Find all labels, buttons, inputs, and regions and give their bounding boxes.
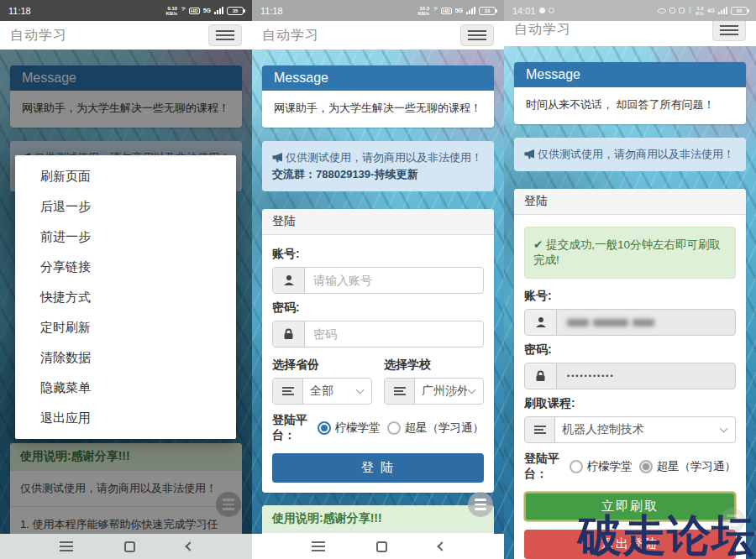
clock: 11:18 (260, 6, 283, 16)
chevron-down-icon (720, 424, 728, 432)
radio-unselected-icon (570, 460, 583, 473)
school-select[interactable]: 广州涉外经济 (384, 378, 484, 405)
account-label: 账号: (272, 247, 484, 262)
user-icon (273, 268, 305, 293)
radio-chaoxing[interactable]: 超星（学习通） (387, 421, 485, 436)
battery-icon: 35 (227, 7, 244, 15)
radio-lemon[interactable]: 柠檬学堂 (318, 421, 381, 436)
password-input-group (272, 321, 484, 347)
password-value: ••••••••••• (557, 363, 735, 389)
radio-selected-icon (318, 421, 331, 435)
account-input-group (272, 267, 484, 294)
notice-banner: 仅供测试使用，请勿商用以及非法使用！ (514, 138, 746, 171)
signal-icon (214, 7, 223, 14)
list-icon (273, 379, 303, 404)
network-type: 4G (707, 8, 715, 13)
context-menu: 刷新页面 后退一步 前进一步 分享链接 快捷方式 定时刷新 清除数据 隐藏菜单 … (15, 155, 236, 439)
network-type: 5G (455, 8, 463, 13)
menu-item-shortcut[interactable]: 快捷方式 (15, 282, 236, 312)
login-card-header: 登陆 (514, 189, 746, 215)
province-select[interactable]: 全部 (272, 378, 372, 405)
success-text: 提交成功,一般10分钟左右即可刷取完成! (533, 238, 721, 266)
success-alert: ✔提交成功,一般10分钟左右即可刷取完成! (524, 227, 736, 279)
menu-item-timed-refresh[interactable]: 定时刷新 (15, 312, 236, 342)
list-icon (525, 417, 555, 442)
course-label: 刷取课程: (524, 396, 736, 411)
hamburger-menu-button[interactable] (712, 21, 746, 41)
battery-icon: 33 (479, 7, 496, 15)
school-label: 选择学校 (384, 358, 484, 373)
net-speed: 10.3KB/s (418, 6, 430, 16)
lock-icon (273, 321, 305, 347)
nav-back-icon[interactable] (437, 541, 446, 551)
app-badge-icon (679, 8, 685, 13)
qq-group-text: 交流群：788029139-持续更新 (272, 168, 417, 180)
screen-left-menu-open: 11:18 0.10KB/s 𝄢 HD 5G 35 自动学习 Message 网… (0, 0, 252, 559)
course-select[interactable]: 机器人控制技术 (524, 416, 736, 443)
password-label: 密码: (524, 342, 736, 358)
menu-item-share-link[interactable]: 分享链接 (15, 252, 236, 282)
nav-home-icon[interactable] (376, 541, 387, 552)
menu-item-hide-menu[interactable]: 隐藏菜单 (15, 373, 236, 403)
hamburger-menu-button[interactable] (208, 24, 242, 46)
bluetooth-icon: ᛒ (688, 7, 692, 14)
page-content: Message 时间从来不说话， 却回答了所有问题！ 仅供测试使用，请勿商用以及… (504, 46, 756, 559)
menu-item-exit-app[interactable]: 退出应用 (15, 403, 236, 433)
password-input[interactable] (305, 321, 483, 347)
radio-lemon[interactable]: 柠檬学堂 (570, 459, 633, 474)
lock-icon (525, 363, 557, 389)
radio-chaoxing[interactable]: 超星（学习通） (639, 459, 737, 474)
signal-icon (718, 7, 727, 14)
nav-menu-icon[interactable] (312, 541, 325, 551)
screen-right-logged-in: 14:01 ᛒ 1.2K/s 4G 88 自动学习 (504, 0, 756, 559)
notice-banner: 仅供测试使用，请勿商用以及非法使用！ 交流群：788029139-持续更新 (262, 141, 494, 191)
check-icon: ✔ (533, 238, 543, 251)
menu-item-refresh-page[interactable]: 刷新页面 (15, 161, 236, 191)
menu-item-go-forward[interactable]: 前进一步 (15, 222, 236, 252)
login-button[interactable]: 登 陆 (272, 453, 484, 483)
battery-icon: 88 (731, 7, 748, 15)
status-bar: 11:18 10.3KB/s 𝄢 HD 5G 33 (252, 0, 504, 21)
radio-unselected-icon (387, 421, 401, 435)
chevron-down-icon (356, 385, 365, 394)
forum-watermark: 破走论坛 (578, 507, 756, 559)
user-icon (525, 310, 557, 335)
message-card-header: Message (514, 62, 746, 87)
message-card: Message 时间从来不说话， 却回答了所有问题！ (514, 62, 746, 124)
eye-icon (658, 8, 666, 13)
account-input[interactable] (305, 268, 483, 293)
menu-item-go-back[interactable]: 后退一步 (15, 191, 236, 222)
message-card: Message 网课助手，为大学生解决一些无聊的课程！ (262, 65, 494, 128)
password-label: 密码: (272, 300, 484, 316)
signal-icon (466, 7, 475, 14)
hd-badge: HD (441, 8, 452, 14)
screen-middle-login: 11:18 10.3KB/s 𝄢 HD 5G 33 自动学习 Message 网… (252, 0, 504, 559)
app-title-bar: 自动学习 (504, 21, 756, 46)
nav-dim-overlay (0, 534, 252, 559)
hd-badge: HD (189, 8, 200, 14)
province-label: 选择省份 (272, 358, 372, 373)
menu-item-clear-data[interactable]: 清除数据 (15, 342, 236, 373)
page-content: Message 网课助手，为大学生解决一些无聊的课程！ 仅供测试使用，请勿商用以… (252, 50, 504, 559)
app-title-bar: 自动学习 (252, 21, 504, 50)
message-card-body: 时间从来不说话， 却回答了所有问题！ (514, 87, 746, 124)
status-bar: 14:01 ᛒ 1.2K/s 4G 88 (504, 0, 756, 21)
radio-selected-gray-icon (639, 460, 653, 473)
recorder-icon (549, 8, 554, 13)
app-title-bar: 自动学习 (0, 21, 252, 50)
clock: 11:18 (8, 6, 31, 16)
chevron-down-icon (468, 385, 476, 394)
android-nav-bar (252, 534, 504, 559)
password-input-group: ••••••••••• (524, 363, 736, 389)
list-icon (385, 379, 415, 404)
net-speed: 1.2K/s (696, 6, 703, 16)
account-label: 账号: (524, 289, 736, 304)
account-input-group (524, 309, 736, 336)
notice-text: 仅供测试使用，请勿商用以及非法使用！ (538, 148, 734, 160)
app-badge-icon (669, 8, 675, 13)
net-speed: 0.10KB/s (166, 6, 178, 16)
hamburger-menu-button[interactable] (460, 24, 494, 46)
account-value-masked (557, 310, 735, 335)
floating-menu-button[interactable] (468, 492, 493, 517)
province-value: 全部 (303, 384, 355, 399)
